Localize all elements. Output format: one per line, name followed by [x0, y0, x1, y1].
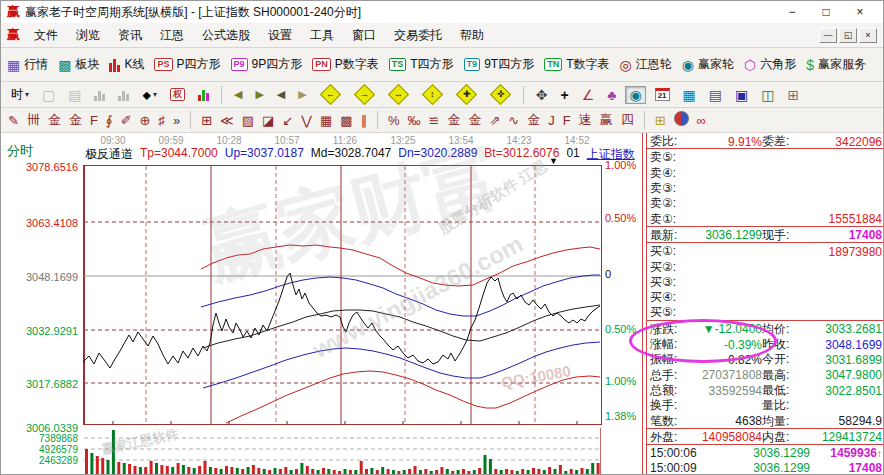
gold-grid2-tool-button[interactable]: 金	[68, 111, 83, 129]
grid-a-tool-button[interactable]: ▦	[319, 113, 333, 128]
parallel-lines-tool-button[interactable]: ∥	[359, 113, 368, 128]
menu-item-10[interactable]: 帮助	[451, 25, 493, 46]
smart-analysis-button[interactable]: ◉	[625, 86, 645, 104]
info-note-icon[interactable]: ▤	[64, 86, 85, 104]
share-button[interactable]: ◫	[757, 86, 778, 104]
indicator-chart-button[interactable]	[194, 86, 213, 103]
compress-horizontal-button[interactable]: ↔	[384, 85, 413, 104]
nine-bar-chart-icon[interactable]	[114, 86, 133, 103]
remote-service-button[interactable]: ⊞	[784, 86, 804, 104]
price-chart[interactable]	[83, 165, 602, 425]
first-bar-button[interactable]: ◀	[230, 86, 246, 103]
last-bar-button[interactable]: ▶	[251, 86, 267, 103]
speed-fan-tool-button[interactable]: 速	[578, 111, 593, 129]
notepad-button[interactable]: ▤	[705, 86, 726, 104]
menu-item-5[interactable]: 公式选股	[193, 25, 259, 46]
sectors-button[interactable]: ▩板块	[58, 56, 99, 73]
prev-bar-button[interactable]: ◀	[273, 86, 289, 103]
gann-wheel-button[interactable]: ◎江恩轮	[619, 56, 671, 73]
minimize-button[interactable]: −	[775, 4, 809, 20]
infinity-button-button[interactable]: ∞	[696, 113, 707, 128]
circle-grid-tool-button[interactable]: ⊕	[139, 113, 152, 128]
equal-wave-tool-button[interactable]: ≌	[428, 113, 441, 128]
angle-tool-button[interactable]: ∠	[578, 86, 599, 104]
mdi-close-button[interactable]: ×	[859, 28, 877, 43]
three-bar-chart-icon[interactable]	[90, 86, 109, 103]
menu-item-4[interactable]: 江恩	[151, 25, 193, 46]
grid-b-tool-button[interactable]: ▩	[339, 113, 353, 128]
gold-grid-tool-button[interactable]: 金	[47, 111, 62, 129]
j-fan-tool-button[interactable]: J	[547, 113, 556, 128]
time-tick-label: 11:26	[333, 135, 357, 146]
calculator-button[interactable]: ▦	[679, 86, 700, 104]
gann-tree-tool-button[interactable]: ♣	[603, 86, 620, 104]
nine-t-square-button[interactable]: T99T四方形	[464, 56, 535, 73]
time-tick-label: 13:54	[448, 135, 473, 146]
menu-item-7[interactable]: 工具	[301, 25, 343, 46]
pencil-tool-button[interactable]: ✎	[7, 113, 20, 128]
menu-item-8[interactable]: 窗口	[343, 25, 385, 46]
color-grid-button-button[interactable]: ⊞	[654, 113, 667, 128]
pencil2-tool-button[interactable]: ✐	[120, 113, 133, 128]
f-fan-tool-button[interactable]: F	[562, 113, 572, 128]
mountain-chart-icon[interactable]: ▢	[38, 86, 59, 104]
more-tools-button[interactable]: »	[172, 113, 181, 128]
menu-item-2[interactable]: 浏览	[67, 25, 109, 46]
fibonacci-tool-button[interactable]: F	[89, 113, 99, 128]
indicator-value-0: 极反通道	[85, 146, 133, 161]
four-fan-tool-button[interactable]: 四	[620, 111, 635, 129]
volume-chart[interactable]	[83, 428, 602, 475]
arrow-ne-tool-button[interactable]: ⇗	[488, 113, 501, 128]
mdi-restore-button[interactable]: ◱	[839, 28, 857, 43]
quotes-button[interactable]: ▦行情	[7, 56, 48, 73]
yinyang-button-button[interactable]	[673, 111, 690, 129]
t-number-table-button[interactable]: TNT数字表	[544, 56, 609, 73]
p-number-table-button[interactable]: PNP数字表	[312, 56, 379, 73]
box-tool-button[interactable]: ⊞	[200, 113, 213, 128]
gann-grid-tool-button[interactable]: 卌	[26, 111, 41, 129]
zigzag-tool-button[interactable]: ⋁	[300, 113, 313, 128]
menu-item-3[interactable]: 资讯	[109, 25, 151, 46]
calendar-button[interactable]: 21	[651, 86, 674, 103]
corner-box-tool-button[interactable]: ◪	[261, 113, 275, 128]
hatch-box-tool-button[interactable]: ▨	[241, 113, 255, 128]
gold-fan-tool-button[interactable]: 金	[526, 111, 541, 129]
percent-tool-button[interactable]: %	[387, 113, 401, 128]
full-cross-button[interactable]: ✜	[486, 85, 515, 104]
hexagon-button[interactable]: ⬡六角形	[744, 56, 796, 73]
maximize-button[interactable]: □	[809, 4, 843, 20]
kline-button[interactable]: K线	[109, 56, 144, 73]
shift-left-button[interactable]: ←	[316, 85, 345, 104]
expand-cross-button[interactable]: ✚	[452, 85, 481, 104]
menu-item-9[interactable]: 交易委托	[385, 25, 451, 46]
exrights-button[interactable]: 权	[166, 86, 189, 103]
wave-tool-button[interactable]: ∿	[507, 113, 520, 128]
menu-item-1[interactable]: 文件	[25, 25, 67, 46]
fan-lines-tool-button[interactable]: ≪	[219, 113, 235, 128]
menu-item-6[interactable]: 设置	[259, 25, 301, 46]
winner-fan-tool-button[interactable]: 赢	[599, 111, 614, 129]
mdi-minimize-button[interactable]: —	[819, 28, 837, 43]
winner-wheel-button[interactable]: ◉赢家轮	[682, 56, 734, 73]
period-dropdown-button[interactable]: 时▾	[7, 84, 33, 105]
trend-arrow-tool-button[interactable]: ↙	[281, 113, 294, 128]
save-button[interactable]: ▣	[731, 86, 752, 104]
winner-service-button[interactable]: $赢家服务	[806, 56, 866, 73]
shift-right-button[interactable]: →	[350, 85, 379, 104]
close-button[interactable]: ×	[843, 4, 877, 20]
spiral-tool-button[interactable]: ∮	[105, 113, 114, 128]
next-bar-button[interactable]: ▶	[294, 86, 310, 103]
hand-tool-button[interactable]: ✥	[532, 86, 552, 104]
nine-p-square-button[interactable]: P99P四方形	[231, 56, 303, 73]
t-square-button[interactable]: TST四方形	[389, 56, 454, 73]
crosshair-tool-button[interactable]: +	[557, 86, 573, 104]
compress-vertical-button[interactable]: ↕	[418, 85, 447, 104]
candle-type-dropdown-button[interactable]: ⬥▾	[138, 86, 160, 104]
time-tick-label: 10:28	[216, 135, 241, 146]
permille-tool-button[interactable]: ‰	[407, 113, 422, 128]
tick-grid-tool-button[interactable]: ♯	[157, 113, 166, 128]
quote-row: 笔数:4638均量:58294.9	[647, 413, 884, 428]
gold-circle-tool-button[interactable]: 金	[446, 111, 461, 129]
gold-line-tool-button[interactable]: 金	[467, 111, 482, 129]
p-square-button[interactable]: PSP四方形	[154, 56, 220, 73]
